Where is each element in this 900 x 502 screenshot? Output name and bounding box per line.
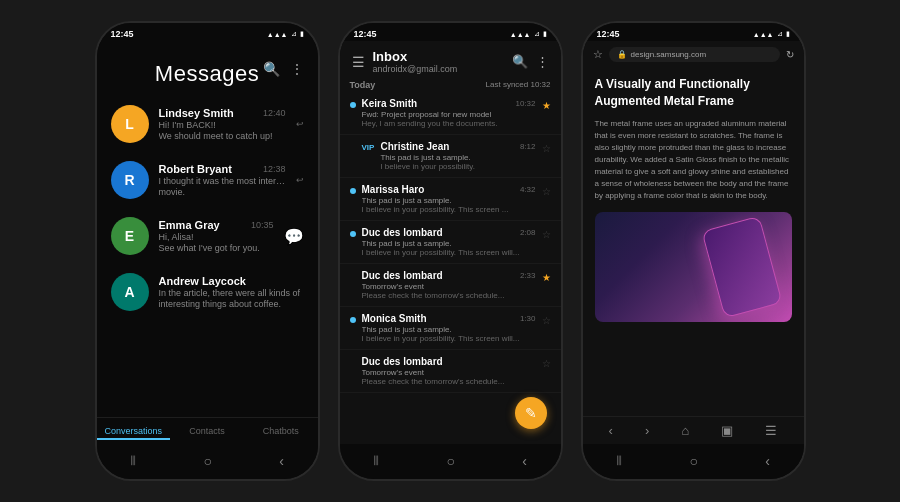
more-icon[interactable]: ⋮ (290, 61, 304, 77)
status-icons-left: ▲▲▲ ⊿ ▮ (267, 30, 304, 38)
browser-app: ☆ 🔒 design.samsung.com ↻ A Visually and … (583, 41, 804, 444)
list-item[interactable]: Duc des lombard 2:08 This pad is just a … (340, 221, 561, 264)
message-body: Lindsey Smith 12:40 Hi! I'm BACK!! We sh… (159, 107, 286, 141)
back-button[interactable]: ‹ (522, 453, 527, 469)
inbox-email: androidx@gmail.com (373, 64, 504, 74)
list-item[interactable]: L Lindsey Smith 12:40 Hi! I'm BACK!! We … (105, 97, 310, 151)
email-body: Marissa Haro 4:32 This pad is just a sam… (362, 184, 536, 214)
forward-button[interactable]: › (645, 423, 649, 438)
messages-app: Messages 🔍 ⋮ L Lindsey Smith 12:40 Hi! I… (97, 41, 318, 444)
compose-fab[interactable]: ✎ (515, 397, 547, 429)
inbox-header-icons: 🔍 ⋮ (512, 54, 549, 69)
search-icon[interactable]: 🔍 (512, 54, 528, 69)
contact-name: Lindsey Smith (159, 107, 234, 119)
tabs-button[interactable]: ▣ (721, 423, 733, 438)
star-icon[interactable]: ★ (542, 100, 551, 111)
star-icon[interactable]: ☆ (542, 229, 551, 240)
star-icon[interactable]: ☆ (542, 358, 551, 369)
email-time: 10:32 (515, 99, 535, 108)
today-label: Today (350, 80, 376, 90)
email-subject: This pad is just a sample. (362, 239, 536, 248)
browser-content: ☆ 🔒 design.samsung.com ↻ A Visually and … (583, 41, 804, 444)
recents-button[interactable]: ⫴ (616, 452, 622, 469)
browser-header: ☆ 🔒 design.samsung.com ↻ (583, 41, 804, 66)
email-preview: Please check the tomorrow's schedule... (362, 377, 536, 386)
email-time: 1:30 (520, 314, 536, 323)
star-icon[interactable]: ☆ (542, 315, 551, 326)
messages-content: Messages 🔍 ⋮ L Lindsey Smith 12:40 Hi! I… (97, 41, 318, 444)
bookmark-icon[interactable]: ☆ (593, 48, 603, 61)
status-time-left: 12:45 (111, 29, 134, 39)
url-bar[interactable]: 🔒 design.samsung.com (609, 47, 780, 62)
star-icon[interactable]: ☆ (542, 143, 551, 154)
email-body: Duc des lombard Tomorrow's event Please … (362, 356, 536, 386)
unread-dot (350, 102, 356, 108)
tab-contacts[interactable]: Contacts (170, 424, 244, 440)
messages-title: Messages (155, 61, 259, 87)
name-row: Duc des lombard (362, 356, 536, 367)
no-dot (350, 356, 356, 362)
list-item[interactable]: Keira Smith 10:32 Fwd: Project proposal … (340, 92, 561, 135)
home-button[interactable]: ○ (203, 453, 211, 469)
list-item[interactable]: R Robert Bryant 12:38 I thought it was t… (105, 153, 310, 207)
home-button[interactable]: ○ (689, 453, 697, 469)
list-item[interactable]: E Emma Gray 10:35 Hi, Alisa! See what I'… (105, 209, 310, 263)
article-image (595, 212, 792, 322)
contact-name: Emma Gray (159, 219, 220, 231)
name-row: Monica Smith 1:30 (362, 313, 536, 324)
star-icon[interactable]: ★ (542, 272, 551, 283)
browser-nav-bar: ‹ › ⌂ ▣ ☰ (583, 416, 804, 444)
search-icon[interactable]: 🔍 (263, 61, 280, 77)
status-time-right: 12:45 (597, 29, 620, 39)
back-button[interactable]: ‹ (765, 453, 770, 469)
status-icons-center: ▲▲▲ ⊿ ▮ (510, 30, 547, 38)
message-preview2: movie. (159, 187, 286, 197)
list-item[interactable]: VIP Christine Jean 8:12 This pad is just… (340, 135, 561, 178)
name-row: Marissa Haro 4:32 (362, 184, 536, 195)
avatar: E (111, 217, 149, 255)
back-button[interactable]: ‹ (279, 453, 284, 469)
list-item[interactable]: Monica Smith 1:30 This pad is just a sam… (340, 307, 561, 350)
unread-dot (350, 188, 356, 194)
more-icon[interactable]: ⋮ (536, 54, 549, 69)
star-icon[interactable]: ☆ (542, 186, 551, 197)
email-subject: Tomorrow's event (362, 282, 536, 291)
list-item[interactable]: Marissa Haro 4:32 This pad is just a sam… (340, 178, 561, 221)
menu-icon[interactable]: ☰ (352, 54, 365, 70)
refresh-icon[interactable]: ↻ (786, 49, 794, 60)
menu-button[interactable]: ☰ (765, 423, 777, 438)
home-button[interactable]: ○ (446, 453, 454, 469)
chat-icon: 💬 (284, 227, 304, 246)
inbox-title: Inbox (373, 49, 504, 64)
tab-conversations[interactable]: Conversations (97, 424, 171, 440)
message-preview: In the article, there were all kinds of (159, 288, 304, 298)
status-time-center: 12:45 (354, 29, 377, 39)
tab-chatbots[interactable]: Chatbots (244, 424, 318, 440)
email-time: 8:12 (520, 142, 536, 151)
status-bar-center: 12:45 ▲▲▲ ⊿ ▮ (340, 23, 561, 41)
email-preview: Hey, I am sending you the documents. (362, 119, 536, 128)
email-body: Monica Smith 1:30 This pad is just a sam… (362, 313, 536, 343)
recents-button[interactable]: ⫴ (373, 452, 379, 469)
list-item[interactable]: A Andrew Laycock In the article, there w… (105, 265, 310, 319)
email-subject: Fwd: Project proposal for new model (362, 110, 536, 119)
email-body: Duc des lombard 2:33 Tomorrow's event Pl… (362, 270, 536, 300)
email-time: 4:32 (520, 185, 536, 194)
email-subject: This pad is just a sample. (380, 153, 535, 162)
email-subject: This pad is just a sample. (362, 325, 536, 334)
name-row: Duc des lombard 2:33 (362, 270, 536, 281)
list-item[interactable]: Duc des lombard Tomorrow's event Please … (340, 350, 561, 393)
vip-badge: VIP (362, 143, 375, 152)
message-body: Andrew Laycock In the article, there wer… (159, 275, 304, 309)
forward-icon: ↩ (296, 175, 304, 185)
wifi-icon: ⊿ (777, 30, 783, 38)
contact-name: Andrew Laycock (159, 275, 246, 287)
list-item[interactable]: Duc des lombard 2:33 Tomorrow's event Pl… (340, 264, 561, 307)
home-button[interactable]: ⌂ (681, 423, 689, 438)
back-button[interactable]: ‹ (609, 423, 613, 438)
browser-article: A Visually and Functionally Augmented Me… (583, 66, 804, 416)
name-row: Keira Smith 10:32 (362, 98, 536, 109)
messages-list: L Lindsey Smith 12:40 Hi! I'm BACK!! We … (97, 97, 318, 417)
name-row: Christine Jean 8:12 (380, 141, 535, 152)
recents-button[interactable]: ⫴ (130, 452, 136, 469)
